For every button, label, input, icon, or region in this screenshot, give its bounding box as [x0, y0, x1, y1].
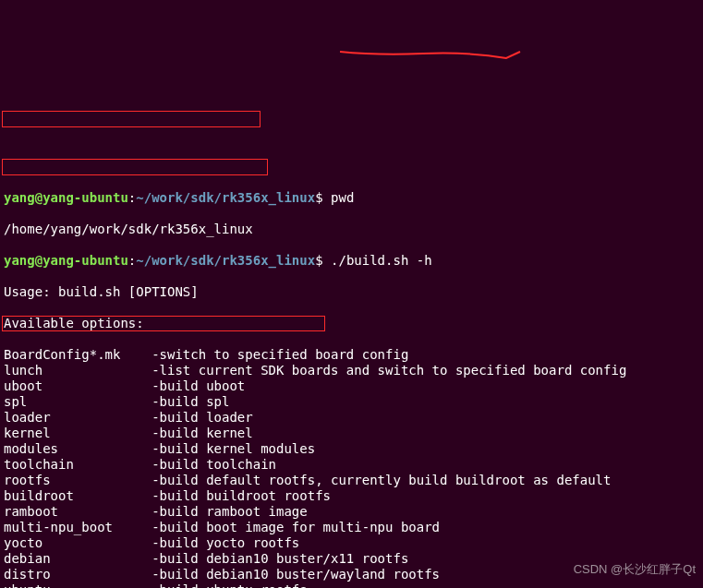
option-desc: -build debian10 buster/x11 rootfs	[152, 551, 408, 566]
option-name: lunch	[4, 363, 152, 378]
option-row: ubuntu -build ubuntu rootfs	[4, 582, 699, 588]
option-desc: -build uboot	[152, 378, 245, 393]
option-row: loader -build loader	[4, 410, 699, 426]
option-desc: -build boot image for multi-npu board	[152, 520, 440, 534]
option-desc: -build loader	[152, 410, 253, 425]
option-row: toolchain -build toolchain	[4, 457, 699, 473]
option-name: yocto	[4, 535, 152, 550]
prompt-line-2: yang@yang-ubuntu:~/work/sdk/rk356x_linux…	[4, 253, 699, 269]
option-desc: -build kernel modules	[152, 441, 315, 456]
option-desc: -build ramboot image	[152, 504, 308, 519]
option-row: modules -build kernel modules	[4, 441, 699, 457]
prompt-user: yang@yang-ubuntu	[4, 190, 128, 205]
highlight-uboot	[2, 111, 261, 127]
option-row: kernel -build kernel	[4, 426, 699, 441]
option-name: kernel	[4, 426, 152, 440]
watermark: CSDN @长沙红胖子Qt	[574, 561, 696, 577]
prompt-path: ~/work/sdk/rk356x_linux	[136, 190, 315, 205]
option-row: spl -build spl	[4, 394, 699, 410]
option-name: uboot	[4, 378, 152, 393]
option-name: BoardConfig*.mk	[4, 347, 152, 362]
prompt-path: ~/work/sdk/rk356x_linux	[136, 253, 315, 268]
option-desc: -build spl	[152, 394, 229, 409]
command-pwd: pwd	[331, 190, 354, 205]
underline-mark	[340, 44, 525, 63]
options-list: BoardConfig*.mk -switch to specified boa…	[4, 347, 699, 588]
option-row: buildroot -build buildroot rootfs	[4, 488, 699, 504]
option-desc: -switch to specified board config	[152, 347, 408, 362]
option-desc: -build debian10 buster/wayland rootfs	[152, 567, 440, 582]
option-name: ubuntu	[4, 582, 152, 588]
prompt-line-1: yang@yang-ubuntu:~/work/sdk/rk356x_linux…	[4, 190, 699, 206]
option-row: yocto -build yocto rootfs	[4, 535, 699, 551]
usage-line: Usage: build.sh [OPTIONS]	[4, 284, 699, 300]
option-name: toolchain	[4, 457, 152, 472]
option-desc: -build ubuntu rootfs	[152, 582, 308, 588]
pwd-output: /home/yang/work/sdk/rk356x_linux	[4, 222, 699, 237]
option-row: uboot -build uboot	[4, 378, 699, 394]
available-options-header: Available options:	[4, 316, 699, 331]
option-row: multi-npu_boot -build boot image for mul…	[4, 520, 699, 535]
option-row: lunch -list current SDK boards and switc…	[4, 363, 699, 378]
highlight-kernel	[2, 159, 268, 175]
option-name: spl	[4, 394, 152, 409]
option-desc: -build default rootfs, currently build b…	[152, 473, 611, 487]
prompt-user: yang@yang-ubuntu	[4, 253, 128, 268]
option-name: distro	[4, 567, 152, 582]
option-row: BoardConfig*.mk -switch to specified boa…	[4, 347, 699, 363]
option-name: ramboot	[4, 504, 152, 519]
option-desc: -build yocto rootfs	[152, 535, 299, 550]
option-name: buildroot	[4, 488, 152, 503]
option-row: rootfs -build default rootfs, currently …	[4, 473, 699, 488]
option-name: debian	[4, 551, 152, 566]
option-name: multi-npu_boot	[4, 520, 152, 534]
option-desc: -list current SDK boards and switch to s…	[152, 363, 626, 378]
option-name: rootfs	[4, 473, 152, 487]
option-row: ramboot -build ramboot image	[4, 504, 699, 520]
command-build-help: ./build.sh -h	[331, 253, 432, 268]
option-desc: -build buildroot rootfs	[152, 488, 331, 503]
option-desc: -build toolchain	[152, 457, 276, 472]
option-name: loader	[4, 410, 152, 425]
option-name: modules	[4, 441, 152, 456]
option-desc: -build kernel	[152, 426, 253, 440]
